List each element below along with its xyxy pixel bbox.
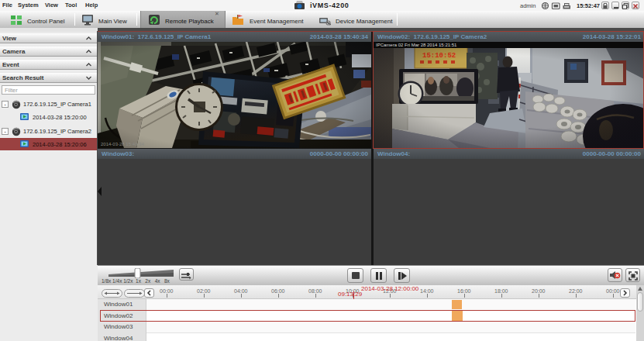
svg-text:2014-03-28 15:40:34: 2014-03-28 15:40:34 [101,142,144,146]
